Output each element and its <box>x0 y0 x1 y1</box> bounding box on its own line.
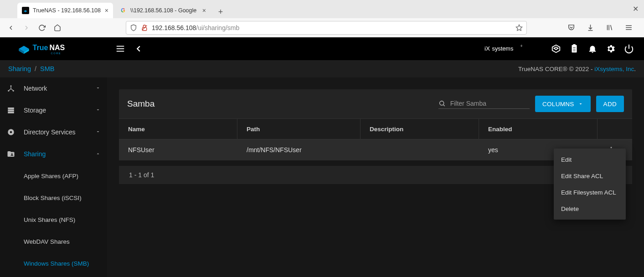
pocket-icon[interactable] <box>565 21 577 34</box>
add-button-label: ADD <box>603 101 617 108</box>
chevron-down-icon <box>578 101 583 107</box>
cell-name: NFSUser <box>119 146 237 154</box>
svg-line-44 <box>443 105 445 106</box>
sidebar-item-network[interactable]: Network <box>0 77 107 99</box>
downloads-icon[interactable] <box>584 21 597 34</box>
back-button[interactable] <box>5 21 17 34</box>
truenas-logo[interactable]: True NAS CORE <box>0 41 107 56</box>
svg-marker-40 <box>97 131 99 133</box>
sidebar-item-label: Sharing <box>24 150 46 158</box>
browser-tab-strip: TrueNAS - 192.168.56.108 × G \\192.168.5… <box>0 0 644 18</box>
browser-tab-label: \\192.168.56.108 - Google <box>130 7 200 14</box>
window-close-icon[interactable]: ✕ <box>633 5 639 13</box>
svg-rect-35 <box>8 110 14 112</box>
app-menu-icon[interactable] <box>622 21 635 34</box>
menu-item-delete[interactable]: Delete <box>554 200 626 217</box>
col-path[interactable]: Path <box>237 119 361 139</box>
sidebar-item-storage[interactable]: Storage <box>0 99 107 121</box>
directory-icon <box>6 128 15 136</box>
tab-close-icon[interactable]: × <box>202 7 206 14</box>
google-favicon-icon: G <box>119 7 127 14</box>
cell-path: /mnt/NFS/NFSUser <box>237 146 361 154</box>
new-tab-button[interactable]: + <box>214 5 227 18</box>
svg-marker-45 <box>579 103 582 105</box>
sidebar-sub-iscsi[interactable]: Block Shares (iSCSI) <box>0 187 107 209</box>
ixsystems-link[interactable]: iXsystems, Inc <box>594 66 634 72</box>
sidebar-item-sharing[interactable]: Sharing <box>0 143 107 165</box>
svg-rect-36 <box>8 112 14 113</box>
forward-button[interactable] <box>20 21 33 34</box>
insecure-lock-icon[interactable] <box>141 24 148 31</box>
breadcrumb-root[interactable]: Sharing <box>8 65 31 72</box>
sidebar-sub-nfs[interactable]: Unix Shares (NFS) <box>0 209 107 231</box>
row-context-menu: Edit Edit Share ACL Edit Filesystem ACL … <box>554 149 626 220</box>
breadcrumb-current[interactable]: SMB <box>40 65 54 72</box>
copyright-text: TrueNAS CORE® © 2022 - iXsystems, Inc. <box>518 66 636 72</box>
browser-tab-inactive[interactable]: G \\192.168.56.108 - Google × <box>115 3 211 18</box>
col-name[interactable]: Name <box>119 119 237 139</box>
sidebar-sub-smb[interactable]: Windows Shares (SMB) <box>0 252 107 274</box>
menu-item-edit-filesystem-acl[interactable]: Edit Filesystem ACL <box>554 184 626 200</box>
menu-toggle-icon[interactable] <box>115 44 125 54</box>
col-description[interactable]: Description <box>361 119 479 139</box>
notifications-bell-icon[interactable] <box>587 44 598 54</box>
svg-point-39 <box>10 131 12 133</box>
filter-input[interactable] <box>450 100 530 107</box>
truecommand-icon[interactable] <box>551 44 561 54</box>
svg-text:®: ® <box>521 45 523 47</box>
svg-text:True: True <box>33 44 48 51</box>
menu-item-edit-share-acl[interactable]: Edit Share ACL <box>554 168 626 184</box>
svg-point-46 <box>611 147 612 148</box>
url-bar[interactable]: 192.168.56.108/ui/sharing/smb <box>126 21 527 35</box>
menu-item-edit[interactable]: Edit <box>554 151 626 168</box>
app-root: True NAS CORE iXsystems® Sharing / SMB T… <box>0 37 644 277</box>
sidebar-item-label: Storage <box>24 107 46 114</box>
network-icon <box>6 84 15 92</box>
sidebar-sub-afp[interactable]: Apple Shares (AFP) <box>0 165 107 187</box>
svg-marker-22 <box>552 45 560 53</box>
columns-button[interactable]: COLUMNS <box>535 96 591 112</box>
sidebar-item-label: Network <box>24 85 47 92</box>
columns-button-label: COLUMNS <box>542 101 574 108</box>
content-area: Samba COLUMNS ADD Name Path <box>107 77 644 277</box>
clipboard-icon[interactable] <box>569 44 579 54</box>
sidebar-item-directory-services[interactable]: Directory Services <box>0 121 107 143</box>
svg-rect-24 <box>572 45 577 53</box>
ixsystems-logo[interactable]: iXsystems® <box>484 43 539 54</box>
svg-marker-42 <box>97 153 99 154</box>
search-icon <box>438 99 446 108</box>
power-icon[interactable] <box>624 44 634 54</box>
add-button[interactable]: ADD <box>596 96 624 112</box>
browser-toolbar: 192.168.56.108/ui/sharing/smb <box>0 18 644 37</box>
col-actions <box>598 119 625 139</box>
library-icon[interactable] <box>603 21 616 34</box>
svg-point-41 <box>11 154 13 155</box>
settings-gear-icon[interactable] <box>606 44 616 54</box>
svg-text:NAS: NAS <box>49 44 65 51</box>
home-button[interactable] <box>51 21 64 34</box>
svg-rect-16 <box>117 46 124 47</box>
reload-button[interactable] <box>36 21 48 34</box>
table-header: Name Path Description Enabled <box>119 118 632 139</box>
svg-text:CORE: CORE <box>51 52 62 55</box>
chevron-down-icon <box>95 85 101 92</box>
sidebar-sub-webdav[interactable]: WebDAV Shares <box>0 231 107 252</box>
sidebar[interactable]: Network Storage Directory Services Shari… <box>0 77 107 277</box>
truenas-favicon-icon <box>22 7 29 14</box>
pager-text: 1 - 1 of 1 <box>129 171 154 179</box>
svg-text:iX: iX <box>484 45 490 52</box>
bookmark-star-icon[interactable] <box>515 24 523 31</box>
svg-rect-17 <box>117 48 124 49</box>
svg-point-30 <box>10 85 12 87</box>
browser-tab-label: TrueNAS - 192.168.56.108 <box>33 7 102 14</box>
tab-close-icon[interactable]: × <box>105 7 108 14</box>
shield-icon[interactable] <box>130 24 137 31</box>
breadcrumb: Sharing / SMB TrueNAS CORE® © 2022 - iXs… <box>0 60 644 77</box>
svg-marker-33 <box>97 87 99 89</box>
col-enabled[interactable]: Enabled <box>479 119 598 139</box>
app-header: True NAS CORE iXsystems® <box>0 37 644 60</box>
search-box[interactable] <box>438 99 530 109</box>
browser-tab-active[interactable]: TrueNAS - 192.168.56.108 × <box>17 3 113 18</box>
chevron-up-icon <box>95 150 101 158</box>
collapse-sidebar-icon[interactable] <box>134 44 144 54</box>
